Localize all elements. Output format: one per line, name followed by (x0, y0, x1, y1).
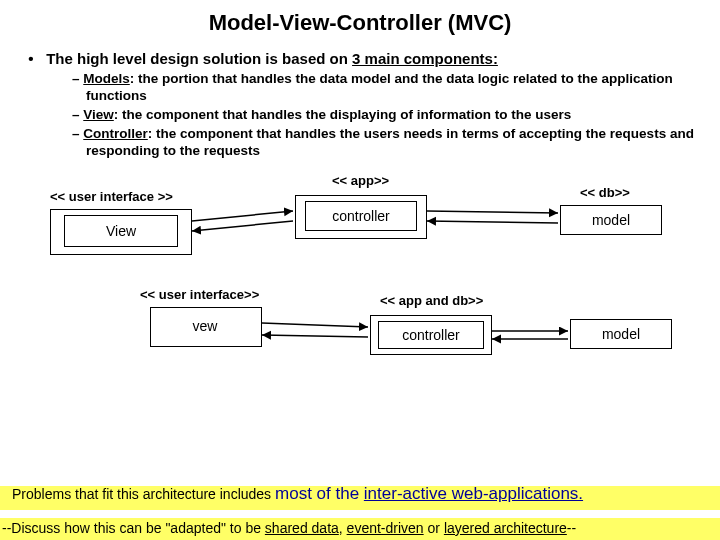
bullet-models: – Models: the portion that handles the d… (72, 71, 700, 105)
bullet-view: – View: the component that handles the d… (72, 107, 700, 124)
d2-appdb-label: << app and db>> (380, 293, 483, 308)
svg-line-4 (262, 323, 368, 327)
d2-view-box: vew (160, 313, 250, 339)
footer-problems: Problems that fit this architecture incl… (12, 484, 583, 504)
d2-model-box: model (570, 319, 672, 349)
intro-line: • The high level design solution is base… (20, 50, 700, 67)
footer-discuss: --Discuss how this can be "adapted" to b… (0, 520, 720, 536)
d1-model-box: model (560, 205, 662, 235)
d2-controller-box: controller (378, 321, 484, 349)
svg-line-1 (192, 221, 293, 231)
diagram-area: << user interface >> << app>> << db>> Vi… (20, 165, 700, 395)
intro-underlined: 3 main components: (352, 50, 498, 67)
svg-line-5 (262, 335, 368, 337)
d1-app-label: << app>> (332, 173, 389, 188)
d1-controller-box: controller (305, 201, 417, 231)
d1-ui-label: << user interface >> (50, 189, 173, 204)
d2-ui-label: << user interface>> (140, 287, 259, 302)
bullet-controller: – Controller: the component that handles… (72, 126, 700, 160)
svg-line-0 (192, 211, 293, 221)
svg-line-3 (427, 221, 558, 223)
d1-db-label: << db>> (580, 185, 630, 200)
svg-line-2 (427, 211, 558, 213)
d1-view-box: View (64, 215, 178, 247)
intro-prefix: The high level design solution is based … (46, 50, 352, 67)
page-title: Model-View-Controller (MVC) (0, 10, 720, 36)
